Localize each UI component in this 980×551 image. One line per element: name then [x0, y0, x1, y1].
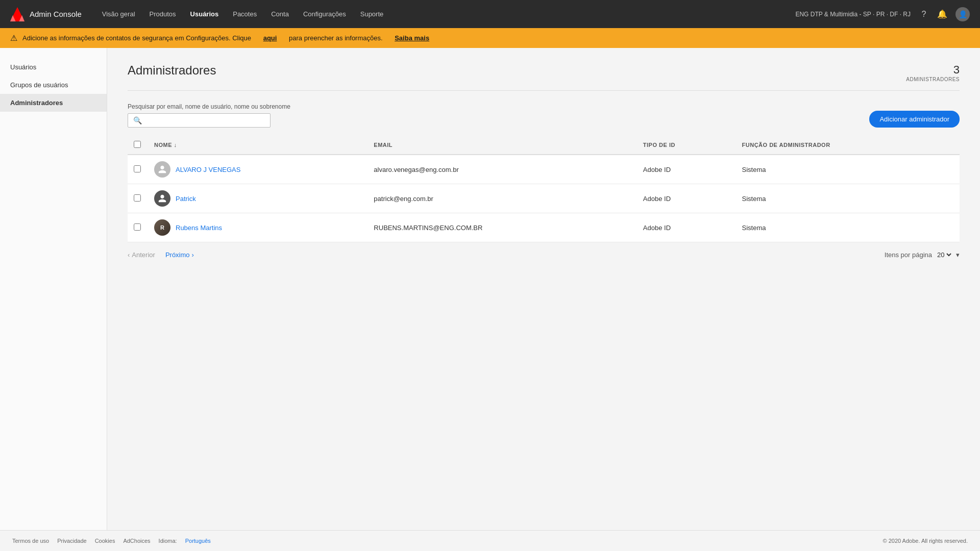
select-all-checkbox[interactable]	[134, 141, 141, 148]
nav-item-pacotes[interactable]: Pacotes	[233, 10, 257, 18]
row-role-cell: Sistema	[736, 184, 960, 213]
nav-item-conta[interactable]: Conta	[271, 10, 289, 18]
row-checkbox-1[interactable]	[134, 194, 141, 202]
adobe-logo-icon	[10, 7, 24, 21]
row-email-cell: patrick@eng.com.br	[368, 184, 636, 213]
search-add-row: Pesquisar por email, nome de usuário, no…	[128, 103, 960, 128]
footer-privacy[interactable]: Privacidade	[57, 538, 86, 544]
table-header: NOME ↓ EMAIL TIPO DE ID FUNÇÃO DE ADMINI…	[128, 136, 960, 155]
warning-icon: ⚠	[10, 33, 17, 43]
row-name-cell: Patrick	[148, 184, 368, 213]
footer: Termos de uso Privacidade Cookies AdChoi…	[0, 530, 980, 551]
nav-item-configuracoes[interactable]: Configurações	[303, 10, 346, 18]
col-email: EMAIL	[368, 136, 636, 155]
search-icon: 🔍	[133, 116, 142, 124]
search-section: Pesquisar por email, nome de usuário, no…	[128, 103, 290, 128]
sidebar-item-usuarios[interactable]: Usuários	[0, 58, 107, 76]
nav-item-visao-geral[interactable]: Visão geral	[102, 10, 135, 18]
pagination-row: ‹ Anterior Próximo › Itens por página 20…	[128, 251, 960, 259]
prev-button: ‹ Anterior	[128, 251, 155, 259]
row-email-cell: alvaro.venegas@eng.com.br	[368, 155, 636, 184]
user-name-link[interactable]: ALVARO J VENEGAS	[176, 166, 240, 173]
chevron-down-icon: ▾	[956, 251, 960, 259]
col-name: NOME ↓	[148, 136, 368, 155]
footer-idioma-label: Idioma:	[159, 538, 177, 544]
footer-copyright: © 2020 Adobe. All rights reserved.	[883, 538, 968, 544]
user-avatar: R	[154, 219, 170, 236]
nav-item-usuarios[interactable]: Usuários	[190, 10, 219, 18]
sidebar: Usuários Grupos de usuários Administrado…	[0, 48, 107, 530]
col-id-type: TIPO DE ID	[637, 136, 736, 155]
sidebar-item-grupos[interactable]: Grupos de usuários	[0, 76, 107, 94]
per-page-section: Itens por página 20 40 60 ▾	[885, 251, 960, 259]
row-email-cell: RUBENS.MARTINS@ENG.COM.BR	[368, 213, 636, 242]
admin-count-label: Administradores	[906, 77, 960, 82]
row-idtype-cell: Adobe ID	[637, 213, 736, 242]
next-button[interactable]: Próximo ›	[165, 251, 194, 259]
user-avatar[interactable]: 👤	[955, 7, 970, 21]
row-role-cell: Sistema	[736, 155, 960, 184]
footer-adchoices[interactable]: AdChoices	[123, 538, 150, 544]
row-role-cell: Sistema	[736, 213, 960, 242]
admin-count-section: 3 Administradores	[906, 63, 960, 82]
page-title: Administradores	[128, 63, 216, 78]
footer-links: Termos de uso Privacidade Cookies AdChoi…	[12, 538, 211, 544]
row-idtype-cell: Adobe ID	[637, 155, 736, 184]
select-all-header	[128, 136, 148, 155]
app-title: Admin Console	[30, 10, 82, 18]
nav-item-produtos[interactable]: Produtos	[150, 10, 176, 18]
row-checkbox-0[interactable]	[134, 165, 141, 172]
alert-banner: ⚠ Adicione as informações de contatos de…	[0, 28, 980, 48]
table-row: RRubens MartinsRUBENS.MARTINS@ENG.COM.BR…	[128, 213, 960, 242]
top-navigation: Admin Console Visão geral Produtos Usuár…	[0, 0, 980, 28]
chevron-right-icon: ›	[192, 251, 194, 259]
footer-idioma-value[interactable]: Português	[185, 538, 211, 544]
chevron-left-icon: ‹	[128, 251, 130, 259]
row-checkbox-cell	[128, 184, 148, 213]
user-avatar	[154, 161, 170, 178]
row-name-cell: ALVARO J VENEGAS	[148, 155, 368, 184]
sidebar-item-administradores[interactable]: Administradores	[0, 94, 107, 112]
alert-link[interactable]: aqui	[263, 34, 277, 42]
alert-message: Adicione as informações de contatos de s…	[22, 34, 251, 42]
main-content: Administradores 3 Administradores Pesqui…	[107, 48, 980, 530]
row-checkbox-cell	[128, 213, 148, 242]
search-hint: Pesquisar por email, nome de usuário, no…	[128, 103, 290, 110]
table-row: ALVARO J VENEGASalvaro.venegas@eng.com.b…	[128, 155, 960, 184]
search-input[interactable]	[146, 117, 265, 124]
admin-table: NOME ↓ EMAIL TIPO DE ID FUNÇÃO DE ADMINI…	[128, 136, 960, 242]
search-box: 🔍	[128, 113, 271, 128]
row-idtype-cell: Adobe ID	[637, 184, 736, 213]
user-name-link[interactable]: Rubens Martins	[176, 224, 222, 232]
top-nav-right: ENG DTP & Multimidia - SP · PR · DF · RJ…	[795, 7, 970, 21]
col-role: FUNÇÃO DE ADMINISTRADOR	[736, 136, 960, 155]
row-checkbox-cell	[128, 155, 148, 184]
per-page-select[interactable]: 20 40 60	[935, 251, 953, 259]
row-name-cell: RRubens Martins	[148, 213, 368, 242]
nav-item-suporte[interactable]: Suporte	[360, 10, 384, 18]
add-admin-button[interactable]: Adicionar administrador	[869, 111, 960, 128]
row-checkbox-2[interactable]	[134, 223, 141, 231]
learn-more-link[interactable]: Saiba mais	[395, 34, 429, 42]
admin-count-number: 3	[906, 63, 960, 77]
help-icon[interactable]: ?	[919, 9, 929, 19]
table-row: Patrickpatrick@eng.com.brAdobe IDSistema	[128, 184, 960, 213]
org-name: ENG DTP & Multimidia - SP · PR · DF · RJ	[795, 11, 911, 18]
nav-links: Visão geral Produtos Usuários Pacotes Co…	[102, 10, 796, 18]
content-header: Administradores 3 Administradores	[128, 63, 960, 91]
table-body: ALVARO J VENEGASalvaro.venegas@eng.com.b…	[128, 155, 960, 242]
alert-message2: para preencher as informações.	[289, 34, 383, 42]
user-name-link[interactable]: Patrick	[176, 195, 196, 203]
footer-cookies[interactable]: Cookies	[95, 538, 115, 544]
footer-terms[interactable]: Termos de uso	[12, 538, 49, 544]
notifications-icon[interactable]: 🔔	[937, 9, 947, 19]
main-layout: Usuários Grupos de usuários Administrado…	[0, 48, 980, 530]
app-logo[interactable]: Admin Console	[10, 7, 82, 21]
pagination-nav: ‹ Anterior Próximo ›	[128, 251, 194, 259]
user-avatar	[154, 190, 170, 207]
